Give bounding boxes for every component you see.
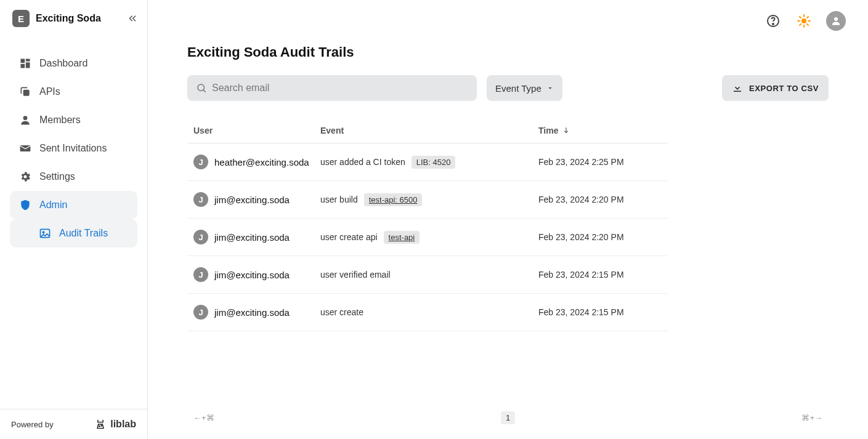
table-row[interactable]: Jjim@exciting.sodauser verified emailFeb… [187,256,668,294]
user-email: jim@exciting.soda [214,232,290,243]
liblab-brand-text: liblab [110,419,136,430]
event-text: user build [320,195,358,204]
help-button[interactable] [765,12,782,30]
svg-line-17 [800,17,801,18]
time-cell: Feb 23, 2024 2:20 PM [538,195,662,204]
toolbar: Event Type EXPORT TO CSV [187,75,829,101]
svg-point-7 [43,232,44,233]
user-email: jim@exciting.soda [214,195,290,205]
sidebar-item-admin[interactable]: Admin [10,191,137,219]
help-circle-icon [766,14,781,28]
sidebar-item-label: APIs [39,86,60,97]
sidebar-subitem-audit-trails[interactable]: Audit Trails [10,219,137,248]
sort-down-icon [562,126,570,135]
event-text: user added a CI token [320,157,405,167]
user-cell: Jjim@exciting.soda [193,230,320,244]
gear-icon [18,170,32,183]
user-email: heather@exciting.soda [214,157,309,167]
profile-menu-button[interactable] [826,11,846,31]
event-cell: user verified email [320,270,538,280]
event-type-dropdown[interactable]: Event Type [487,75,562,101]
event-text: user create api [320,232,378,242]
time-cell: Feb 23, 2024 2:25 PM [538,157,662,167]
theme-toggle-button[interactable] [795,12,813,30]
column-time[interactable]: Time [538,126,662,135]
page-number[interactable]: 1 [501,411,515,424]
event-text: user create [320,307,363,317]
sidebar-item-label: Members [39,115,81,126]
user-cell: Jjim@exciting.soda [193,305,320,320]
svg-point-5 [23,116,28,120]
user-avatar: J [193,192,208,207]
sidebar-item-apis[interactable]: APIs [10,78,137,106]
user-cell: Jjim@exciting.soda [193,192,320,207]
collapse-sidebar-button[interactable] [125,11,140,26]
svg-rect-1 [26,59,30,62]
table-row[interactable]: Jjim@exciting.sodauser buildtest-api: 65… [187,181,668,219]
user-cell: Jheather@exciting.soda [193,155,320,169]
table-row[interactable]: Jjim@exciting.sodauser createFeb 23, 202… [187,294,668,331]
prev-page-hint[interactable]: ←+⌘ [193,413,214,422]
search-input[interactable] [187,75,477,101]
sidebar-item-members[interactable]: Members [10,106,137,134]
event-type-label: Event Type [495,83,541,94]
user-avatar: J [193,155,208,169]
svg-point-8 [99,426,100,427]
search-wrap [187,75,477,101]
pagination: ←+⌘ 1 ⌘+→ [148,411,868,424]
shield-icon [18,198,32,212]
dashboard-icon [18,57,32,70]
svg-line-18 [807,24,808,25]
main-area: Exciting Soda Audit Trails Event Type [148,0,868,439]
sidebar-item-sent-invitations[interactable]: Sent Invitations [10,134,137,163]
liblab-logo[interactable]: liblab [94,418,136,430]
sidebar-item-settings[interactable]: Settings [10,163,137,191]
caret-down-icon [546,84,554,92]
next-page-hint[interactable]: ⌘+→ [801,413,822,422]
user-avatar: J [193,305,208,320]
column-time-label: Time [538,126,558,135]
time-cell: Feb 23, 2024 2:20 PM [538,232,662,242]
svg-line-20 [807,17,808,18]
sidebar-item-dashboard[interactable]: Dashboard [10,49,137,78]
table-header: User Event Time [187,118,668,143]
download-icon [732,83,743,94]
sun-icon [797,14,811,28]
export-csv-button[interactable]: EXPORT TO CSV [722,75,829,101]
svg-point-9 [101,425,102,426]
sidebar-footer: Powered by liblab [0,409,147,439]
event-tag-link[interactable]: test-api [384,231,420,244]
user-email: jim@exciting.soda [214,270,290,280]
svg-rect-2 [26,62,30,68]
event-cell: user buildtest-api: 6500 [320,193,538,206]
column-event[interactable]: Event [320,126,538,135]
sidebar-header: E Exciting Soda [0,0,147,37]
svg-point-11 [773,23,774,25]
sidebar-item-label: Settings [39,171,75,182]
user-avatar: J [193,267,208,282]
content: Exciting Soda Audit Trails Event Type [148,34,868,439]
svg-point-12 [801,18,806,23]
svg-point-21 [834,17,838,21]
chevron-double-left-icon [127,13,138,24]
copy-icon [18,85,32,99]
sidebar-nav: Dashboard APIs Members Sent Invitations [0,37,147,409]
export-label: EXPORT TO CSV [749,84,819,93]
topbar [148,0,868,34]
user-cell: Jjim@exciting.soda [193,267,320,282]
user-email: jim@exciting.soda [214,307,290,318]
svg-line-19 [800,24,801,25]
table-row[interactable]: Jheather@exciting.sodauser added a CI to… [187,143,668,181]
person-icon [18,113,32,127]
event-tag-link[interactable]: test-api: 6500 [364,193,423,206]
event-cell: user create apitest-api [320,231,538,244]
event-cell: user added a CI tokenLIB: 4520 [320,156,538,169]
event-tag: LIB: 4520 [412,156,456,169]
sidebar-item-label: Sent Invitations [39,143,107,154]
sidebar-item-label: Dashboard [39,58,87,69]
column-user[interactable]: User [193,126,320,135]
table-row[interactable]: Jjim@exciting.sodauser create apitest-ap… [187,219,668,256]
brand-name: Exciting Soda [36,13,101,24]
person-icon [830,15,842,26]
liblab-icon [94,418,107,430]
